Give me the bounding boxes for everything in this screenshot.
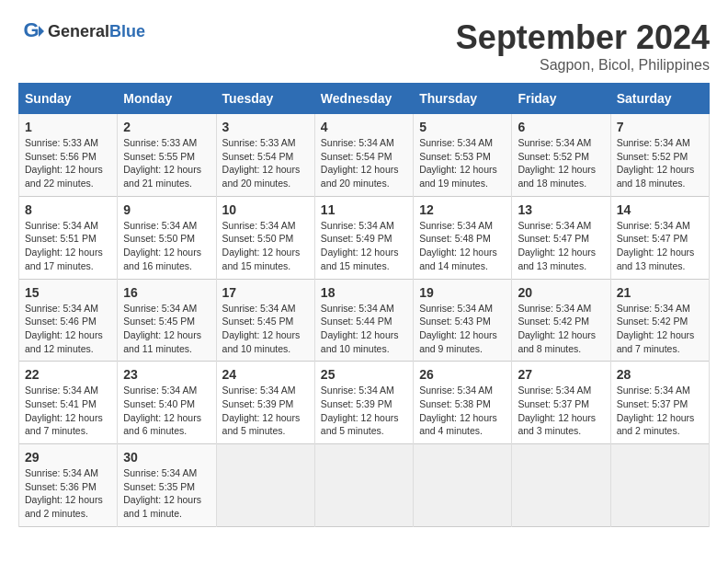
header-friday: Friday bbox=[512, 84, 610, 114]
header-saturday: Saturday bbox=[610, 84, 709, 114]
day-info: Sunrise: 5:34 AM Sunset: 5:36 PM Dayligh… bbox=[25, 466, 111, 521]
day-number: 22 bbox=[25, 367, 111, 382]
day-info: Sunrise: 5:34 AM Sunset: 5:46 PM Dayligh… bbox=[25, 302, 111, 356]
calendar-cell: 21Sunrise: 5:34 AM Sunset: 5:42 PM Dayli… bbox=[610, 279, 709, 362]
day-number: 19 bbox=[419, 285, 506, 300]
month-year-title: September 2024 bbox=[456, 18, 710, 57]
calendar-week-1: 1Sunrise: 5:33 AM Sunset: 5:56 PM Daylig… bbox=[19, 114, 710, 197]
calendar-cell: 14Sunrise: 5:34 AM Sunset: 5:47 PM Dayli… bbox=[610, 196, 709, 279]
location-subtitle: Sagpon, Bicol, Philippines bbox=[456, 57, 710, 74]
day-number: 18 bbox=[321, 285, 407, 300]
calendar-cell: 3Sunrise: 5:33 AM Sunset: 5:54 PM Daylig… bbox=[216, 114, 314, 197]
calendar-cell: 26Sunrise: 5:34 AM Sunset: 5:38 PM Dayli… bbox=[414, 362, 512, 444]
calendar-cell: 25Sunrise: 5:34 AM Sunset: 5:39 PM Dayli… bbox=[314, 362, 413, 444]
day-info: Sunrise: 5:34 AM Sunset: 5:43 PM Dayligh… bbox=[419, 302, 506, 356]
calendar-cell bbox=[512, 444, 610, 527]
day-info: Sunrise: 5:34 AM Sunset: 5:52 PM Dayligh… bbox=[617, 136, 703, 190]
day-number: 10 bbox=[222, 202, 309, 217]
calendar-header-row: SundayMondayTuesdayWednesdayThursdayFrid… bbox=[19, 84, 710, 114]
calendar-cell: 5Sunrise: 5:34 AM Sunset: 5:53 PM Daylig… bbox=[414, 114, 512, 197]
calendar-cell: 7Sunrise: 5:34 AM Sunset: 5:52 PM Daylig… bbox=[610, 114, 709, 197]
svg-text:G: G bbox=[23, 18, 39, 41]
calendar-cell: 23Sunrise: 5:34 AM Sunset: 5:40 PM Dayli… bbox=[118, 362, 216, 444]
calendar-cell bbox=[216, 444, 314, 527]
day-info: Sunrise: 5:34 AM Sunset: 5:49 PM Dayligh… bbox=[321, 219, 407, 273]
day-number: 9 bbox=[123, 202, 210, 217]
day-number: 21 bbox=[617, 285, 703, 300]
calendar-week-2: 8Sunrise: 5:34 AM Sunset: 5:51 PM Daylig… bbox=[19, 196, 710, 279]
calendar-cell: 9Sunrise: 5:34 AM Sunset: 5:50 PM Daylig… bbox=[118, 196, 216, 279]
day-number: 5 bbox=[419, 120, 506, 134]
day-info: Sunrise: 5:33 AM Sunset: 5:56 PM Dayligh… bbox=[25, 136, 111, 190]
day-number: 20 bbox=[518, 285, 604, 300]
day-info: Sunrise: 5:34 AM Sunset: 5:51 PM Dayligh… bbox=[25, 219, 111, 273]
svg-marker-1 bbox=[39, 26, 44, 37]
header-tuesday: Tuesday bbox=[216, 84, 314, 114]
calendar-week-5: 29Sunrise: 5:34 AM Sunset: 5:36 PM Dayli… bbox=[19, 444, 710, 527]
day-number: 26 bbox=[419, 367, 506, 382]
logo: G General Blue bbox=[18, 18, 145, 44]
day-info: Sunrise: 5:34 AM Sunset: 5:39 PM Dayligh… bbox=[321, 384, 407, 438]
day-number: 29 bbox=[25, 450, 111, 465]
calendar-cell: 22Sunrise: 5:34 AM Sunset: 5:41 PM Dayli… bbox=[19, 362, 118, 444]
day-info: Sunrise: 5:34 AM Sunset: 5:45 PM Dayligh… bbox=[222, 302, 309, 356]
day-number: 12 bbox=[419, 202, 506, 217]
day-info: Sunrise: 5:33 AM Sunset: 5:55 PM Dayligh… bbox=[123, 136, 210, 190]
day-number: 23 bbox=[123, 367, 210, 382]
day-number: 25 bbox=[321, 367, 407, 382]
calendar-cell: 30Sunrise: 5:34 AM Sunset: 5:35 PM Dayli… bbox=[118, 444, 216, 527]
day-number: 27 bbox=[518, 367, 604, 382]
day-number: 13 bbox=[518, 202, 604, 217]
calendar-cell bbox=[414, 444, 512, 527]
day-number: 11 bbox=[321, 202, 407, 217]
day-info: Sunrise: 5:34 AM Sunset: 5:48 PM Dayligh… bbox=[419, 219, 506, 273]
day-info: Sunrise: 5:33 AM Sunset: 5:54 PM Dayligh… bbox=[222, 136, 309, 190]
day-info: Sunrise: 5:34 AM Sunset: 5:44 PM Dayligh… bbox=[321, 302, 407, 356]
day-number: 30 bbox=[123, 450, 210, 465]
calendar-cell: 12Sunrise: 5:34 AM Sunset: 5:48 PM Dayli… bbox=[414, 196, 512, 279]
day-number: 24 bbox=[222, 367, 309, 382]
calendar-cell: 29Sunrise: 5:34 AM Sunset: 5:36 PM Dayli… bbox=[19, 444, 118, 527]
day-info: Sunrise: 5:34 AM Sunset: 5:35 PM Dayligh… bbox=[123, 466, 210, 521]
day-info: Sunrise: 5:34 AM Sunset: 5:47 PM Dayligh… bbox=[617, 219, 703, 273]
day-number: 16 bbox=[123, 285, 210, 300]
day-info: Sunrise: 5:34 AM Sunset: 5:42 PM Dayligh… bbox=[617, 302, 703, 356]
calendar-cell: 15Sunrise: 5:34 AM Sunset: 5:46 PM Dayli… bbox=[19, 279, 118, 362]
day-info: Sunrise: 5:34 AM Sunset: 5:37 PM Dayligh… bbox=[518, 384, 604, 438]
title-area: September 2024 Sagpon, Bicol, Philippine… bbox=[456, 18, 710, 74]
day-number: 28 bbox=[617, 367, 703, 382]
calendar-cell: 24Sunrise: 5:34 AM Sunset: 5:39 PM Dayli… bbox=[216, 362, 314, 444]
day-number: 17 bbox=[222, 285, 309, 300]
calendar-cell bbox=[610, 444, 709, 527]
day-info: Sunrise: 5:34 AM Sunset: 5:37 PM Dayligh… bbox=[617, 384, 703, 438]
day-number: 15 bbox=[25, 285, 111, 300]
day-info: Sunrise: 5:34 AM Sunset: 5:53 PM Dayligh… bbox=[419, 136, 506, 190]
day-info: Sunrise: 5:34 AM Sunset: 5:47 PM Dayligh… bbox=[518, 219, 604, 273]
day-info: Sunrise: 5:34 AM Sunset: 5:38 PM Dayligh… bbox=[419, 384, 506, 438]
day-number: 6 bbox=[518, 120, 604, 134]
day-info: Sunrise: 5:34 AM Sunset: 5:54 PM Dayligh… bbox=[321, 136, 407, 190]
logo-icon: G bbox=[18, 18, 44, 44]
day-info: Sunrise: 5:34 AM Sunset: 5:45 PM Dayligh… bbox=[123, 302, 210, 356]
logo-general: General bbox=[48, 22, 109, 41]
day-info: Sunrise: 5:34 AM Sunset: 5:50 PM Dayligh… bbox=[123, 219, 210, 273]
calendar-cell: 27Sunrise: 5:34 AM Sunset: 5:37 PM Dayli… bbox=[512, 362, 610, 444]
calendar-cell: 19Sunrise: 5:34 AM Sunset: 5:43 PM Dayli… bbox=[414, 279, 512, 362]
header-monday: Monday bbox=[118, 84, 216, 114]
calendar-cell: 17Sunrise: 5:34 AM Sunset: 5:45 PM Dayli… bbox=[216, 279, 314, 362]
day-number: 4 bbox=[321, 120, 407, 134]
calendar-cell bbox=[314, 444, 413, 527]
calendar-cell: 11Sunrise: 5:34 AM Sunset: 5:49 PM Dayli… bbox=[314, 196, 413, 279]
day-info: Sunrise: 5:34 AM Sunset: 5:40 PM Dayligh… bbox=[123, 384, 210, 438]
calendar-cell: 2Sunrise: 5:33 AM Sunset: 5:55 PM Daylig… bbox=[118, 114, 216, 197]
page-header: G General Blue September 2024 Sagpon, Bi… bbox=[18, 18, 710, 74]
header-sunday: Sunday bbox=[19, 84, 118, 114]
day-number: 2 bbox=[123, 120, 210, 134]
calendar-week-4: 22Sunrise: 5:34 AM Sunset: 5:41 PM Dayli… bbox=[19, 362, 710, 444]
header-thursday: Thursday bbox=[414, 84, 512, 114]
calendar-cell: 18Sunrise: 5:34 AM Sunset: 5:44 PM Dayli… bbox=[314, 279, 413, 362]
calendar-cell: 13Sunrise: 5:34 AM Sunset: 5:47 PM Dayli… bbox=[512, 196, 610, 279]
calendar-cell: 1Sunrise: 5:33 AM Sunset: 5:56 PM Daylig… bbox=[19, 114, 118, 197]
calendar-cell: 6Sunrise: 5:34 AM Sunset: 5:52 PM Daylig… bbox=[512, 114, 610, 197]
calendar-cell: 4Sunrise: 5:34 AM Sunset: 5:54 PM Daylig… bbox=[314, 114, 413, 197]
